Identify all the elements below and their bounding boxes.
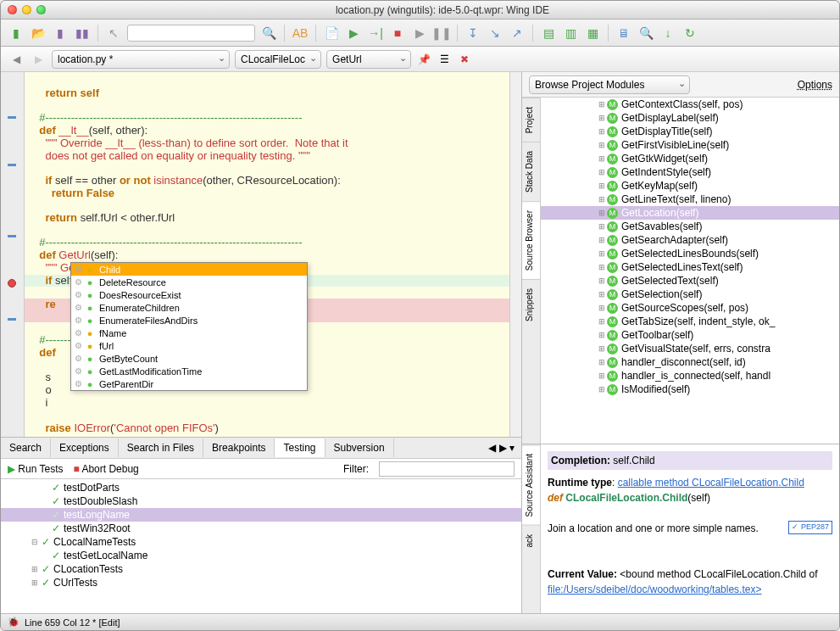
source-browser-item[interactable]: ⊞MGetSelectedLinesBounds(self) [541,247,839,260]
autocomplete-item[interactable]: ⚙●fName [71,327,307,339]
menu-icon[interactable]: ☰ [437,52,452,67]
maximize-window-icon[interactable] [36,5,46,14]
filter-input[interactable] [379,461,515,477]
autocomplete-item[interactable]: ⚙●Child [71,263,307,276]
vtab-snippets[interactable]: Snippets [522,279,540,330]
source-browser-item[interactable]: ⊞MGetIndentStyle(self) [541,165,839,179]
continue-icon[interactable]: ▶ [411,25,428,42]
test-item[interactable]: ✓testDotParts [1,481,521,494]
expand-icon[interactable]: ⊞ [597,236,607,244]
expand-icon[interactable]: ⊞ [597,290,607,299]
tab-subversion[interactable]: Subversion [325,438,394,457]
autocomplete-item[interactable]: ⚙●EnumerateChildren [71,301,307,314]
source-browser-item[interactable]: ⊞MGetLocation(self) [541,206,839,220]
expand-icon[interactable]: ⊞ [597,331,607,339]
source-browser-item[interactable]: ⊞MGetContextClass(self, pos) [541,98,839,111]
test-item[interactable]: ✓testWin32Root [1,522,521,535]
bug-icon[interactable]: 🐞 [8,617,19,628]
source-browser-item[interactable]: ⊞MGetSourceScopes(self, pos) [541,301,839,315]
replace-icon[interactable]: AB [292,25,309,42]
test-class[interactable]: ⊞✓CLocationTests [1,562,521,576]
source-browser-item[interactable]: ⊞MGetSelectedLinesText(self) [541,260,839,274]
file-combo[interactable]: location.py * [52,50,230,69]
runtime-type-link[interactable]: callable method CLocalFileLocation.Child [618,477,804,489]
debug-file-icon[interactable]: 📄 [323,25,340,42]
fold-icon[interactable]: ▬ [8,231,16,239]
close-tab-icon[interactable]: ✖ [457,52,472,67]
autocomplete-popup[interactable]: ⚙●Child ⚙●DeleteResource ⚙●DoesResourceE… [70,262,308,391]
autocomplete-item[interactable]: ⚙●fUrl [71,339,307,352]
fold-icon[interactable]: ▬ [8,314,16,322]
browse-modules-combo[interactable]: Browse Project Modules [529,75,690,94]
search-input[interactable] [127,25,255,42]
indent-icon[interactable]: ▤ [540,25,557,42]
source-browser-item[interactable]: ⊞MIsModified(self) [541,383,839,396]
expand-icon[interactable]: ⊞ [597,100,607,109]
minimize-window-icon[interactable] [22,5,31,14]
test-class[interactable]: ⊟✓CLocalNameTests [1,535,521,549]
source-browser-item[interactable]: ⊞Mhandler_disconnect(self, id) [541,355,839,369]
expand-icon[interactable]: ⊞ [597,127,607,136]
tab-search[interactable]: Search [1,438,51,457]
collapse-icon[interactable]: ⊟ [31,538,42,546]
back-icon[interactable]: ◀ [8,51,25,68]
expand-icon[interactable]: ⊞ [597,195,607,204]
monitor-icon[interactable]: 🖥 [615,25,632,42]
editor-scrollbar[interactable] [509,72,521,437]
bookmark-icon[interactable]: 📌 [416,52,431,67]
source-browser-item[interactable]: ⊞MGetTabSize(self, indent_style, ok_ [541,315,839,328]
expand-icon[interactable]: ⊞ [597,181,607,190]
method-combo[interactable]: GetUrl [326,50,411,69]
source-browser-item[interactable]: ⊞MGetVisualState(self, errs, constra [541,342,839,355]
dedent-icon[interactable]: ▥ [562,25,579,42]
tab-search-files[interactable]: Search in Files [119,438,203,457]
expand-icon[interactable]: ⊞ [597,304,607,312]
abort-debug-button[interactable]: ■ Abort Debug [73,463,138,475]
expand-icon[interactable]: ⊞ [597,371,607,380]
expand-icon[interactable]: ⊞ [597,358,607,366]
expand-icon[interactable]: ⊞ [597,141,607,149]
source-browser-item[interactable]: ⊞MGetSelection(self) [541,288,839,301]
source-browser-item[interactable]: ⊞Mhandler_is_connected(self, handl [541,369,839,383]
vtab-stack-data[interactable]: Stack Data [522,142,540,201]
expand-icon[interactable]: ⊞ [597,276,607,285]
gutter[interactable]: ▬ ▬ ▬ ▬ [1,72,25,437]
source-browser-item[interactable]: ⊞MGetFirstVisibleLine(self) [541,138,839,152]
step-over-icon[interactable]: ↧ [465,25,481,42]
run-icon[interactable]: ▶ [345,25,362,42]
source-browser-item[interactable]: ⊞MGetSearchAdapter(self) [541,233,839,247]
options-link[interactable]: Options [798,79,832,91]
save-all-icon[interactable]: ▮▮ [74,25,91,42]
source-browser-item[interactable]: ⊞MGetToolbar(self) [541,328,839,342]
zoom-in-icon[interactable]: 🔍 [637,25,654,42]
expand-icon[interactable]: ⊞ [597,222,607,231]
current-value-link[interactable]: file:/Users/sdeibel/doc/woodworking/tabl… [548,584,761,595]
step-icon[interactable]: →| [367,25,384,42]
stop-icon[interactable]: ■ [389,25,406,42]
source-browser-tree[interactable]: ⊞MGetContextClass(self, pos)⊞MGetDisplay… [541,98,839,444]
fold-icon[interactable]: ▬ [8,159,16,168]
close-window-icon[interactable] [8,5,17,14]
tab-breakpoints[interactable]: Breakpoints [203,438,275,457]
fwd-icon[interactable]: ▶ [30,51,47,68]
expand-icon[interactable]: ⊞ [597,249,607,258]
source-browser-item[interactable]: ⊞MGetSelectedText(self) [541,274,839,288]
fold-icon[interactable]: ▬ [8,112,16,120]
autocomplete-item[interactable]: ⚙●GetParentDir [71,377,307,390]
expand-icon[interactable]: ⊞ [31,565,42,573]
breakpoint-icon[interactable] [8,279,16,288]
autocomplete-item[interactable]: ⚙●GetByteCount [71,352,307,365]
source-browser-item[interactable]: ⊞MGetSavables(self) [541,220,839,233]
pause-icon[interactable]: ❚❚ [433,25,450,42]
source-browser-item[interactable]: ⊞MGetDisplayLabel(self) [541,111,839,125]
new-file-icon[interactable]: ▮ [8,25,25,42]
expand-icon[interactable]: ⊞ [31,578,42,587]
code-editor[interactable]: ▬ ▬ ▬ ▬ return self #-------------------… [1,72,521,437]
save-icon[interactable]: ▮ [52,25,69,42]
vtab-ack[interactable]: ack [522,525,540,556]
goto-icon[interactable]: ↖ [105,25,122,42]
test-class[interactable]: ⊞✓CUrlTests [1,576,521,589]
expand-icon[interactable]: ⊞ [597,114,607,122]
refresh-icon[interactable]: ↻ [681,25,698,42]
source-browser-item[interactable]: ⊞MGetKeyMap(self) [541,179,839,193]
